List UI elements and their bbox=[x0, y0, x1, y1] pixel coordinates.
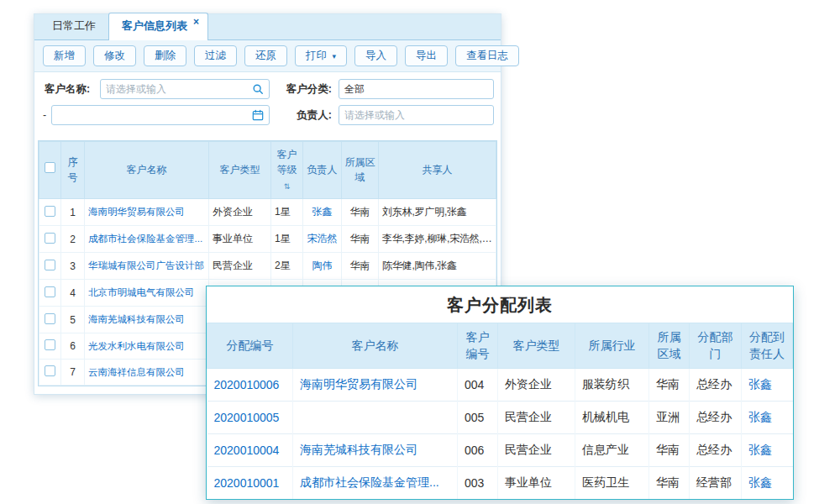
customer-name-label: 客户名称: bbox=[41, 82, 100, 97]
owner-label: 负责人: bbox=[270, 108, 332, 123]
row-checkbox[interactable] bbox=[45, 206, 55, 217]
close-icon[interactable]: × bbox=[193, 17, 199, 27]
sort-icon[interactable]: ⇅ bbox=[284, 183, 291, 191]
print-label: 打印 bbox=[306, 50, 327, 61]
row-checkbox[interactable] bbox=[45, 233, 55, 244]
table-header-row: 分配编号 客户名称 客户编号 客户类型 所属行业 所属区域 分配部门 分配到责任… bbox=[207, 323, 793, 369]
cell-assignee: 张鑫 bbox=[742, 401, 793, 433]
select-all-checkbox[interactable] bbox=[45, 162, 55, 173]
cell-customer-number: 005 bbox=[458, 401, 498, 433]
header-region: 所属区域 bbox=[649, 323, 690, 369]
tab-daily-work[interactable]: 日常工作 bbox=[39, 13, 108, 39]
cell-customer-number: 004 bbox=[458, 368, 498, 401]
allocation-number-link[interactable]: 2020010001 bbox=[214, 476, 280, 490]
owner-link[interactable]: 张鑫 bbox=[312, 206, 333, 218]
import-button[interactable]: 导入 bbox=[354, 45, 397, 66]
cell-region: 华南 bbox=[649, 368, 690, 401]
restore-button[interactable]: 还原 bbox=[244, 45, 287, 66]
header-shared: 共享人 bbox=[379, 141, 496, 199]
cell-customer-type: 外资企业 bbox=[498, 368, 575, 401]
header-customer-name: 客户名称 bbox=[85, 141, 209, 199]
calendar-icon[interactable] bbox=[252, 109, 264, 121]
header-customer-number: 客户编号 bbox=[458, 323, 498, 369]
cell-index: 4 bbox=[61, 280, 85, 307]
cell-customer-name: 海南明华贸易有限公司 bbox=[85, 199, 209, 226]
cell-industry: 机械机电 bbox=[575, 401, 649, 433]
customer-name-link[interactable]: 海南明华贸易有限公司 bbox=[88, 207, 185, 217]
customer-name-link[interactable]: 海南芜城科技有限公司 bbox=[88, 314, 185, 324]
cell-region: 华南 bbox=[342, 199, 379, 226]
cell-customer-type: 外资企业 bbox=[209, 199, 271, 226]
cell-department: 总经办 bbox=[690, 368, 742, 401]
cell-assignee: 张鑫 bbox=[742, 368, 793, 401]
new-button[interactable]: 新增 bbox=[43, 45, 86, 66]
cell-allocation-number: 2020010001 bbox=[207, 466, 293, 499]
allocation-number-link[interactable]: 2020010005 bbox=[214, 411, 280, 424]
table-row[interactable]: 2020010004 海南芜城科技有限公司 006 民营企业 信息产业 华南 总… bbox=[207, 433, 793, 466]
customer-name-link[interactable]: 华瑞城有限公司广告设计部 bbox=[88, 260, 204, 270]
search-icon[interactable] bbox=[252, 83, 264, 95]
table-row[interactable]: 2020010006 海南明华贸易有限公司 004 外资企业 服装纺织 华南 总… bbox=[207, 368, 793, 401]
row-checkbox[interactable] bbox=[45, 339, 55, 350]
table-row[interactable]: 2 成都市社会保险基金管理... 事业单位 1星 宋浩然 华南 李华,李婷,柳琳… bbox=[39, 226, 496, 253]
customer-name-link[interactable]: 海南明华贸易有限公司 bbox=[300, 377, 417, 391]
assignee-link[interactable]: 张鑫 bbox=[748, 475, 772, 489]
customer-name-link[interactable]: 云南海祥信息有限公司 bbox=[88, 367, 185, 377]
assignee-link[interactable]: 张鑫 bbox=[748, 410, 772, 423]
customer-category-label: 客户分类: bbox=[270, 82, 332, 97]
assignee-link[interactable]: 张鑫 bbox=[748, 443, 772, 456]
customer-name-link[interactable]: 成都市社会保险基金管理... bbox=[300, 475, 439, 489]
select-all-cell bbox=[39, 141, 61, 199]
owner-input[interactable] bbox=[344, 109, 488, 121]
cell-allocation-number: 2020010005 bbox=[207, 401, 293, 433]
cell-customer-number: 003 bbox=[458, 466, 498, 499]
header-assignee: 分配到责任人 bbox=[742, 323, 793, 369]
table-row[interactable]: 2020010005 005 民营企业 机械机电 亚洲 总经办 张鑫 bbox=[207, 401, 793, 433]
customer-name-link[interactable]: 光发水利水电有限公司 bbox=[88, 341, 185, 351]
allocation-number-link[interactable]: 2020010004 bbox=[214, 444, 280, 457]
date-input[interactable] bbox=[57, 109, 249, 121]
row-checkbox[interactable] bbox=[45, 260, 55, 270]
cell-customer-name bbox=[293, 401, 458, 433]
header-customer-type: 客户类型 bbox=[498, 323, 575, 369]
allocation-number-link[interactable]: 2020010006 bbox=[214, 378, 280, 391]
owner-link[interactable]: 陶伟 bbox=[312, 260, 333, 271]
delete-button[interactable]: 删除 bbox=[144, 45, 186, 66]
cell-shared: 刘东林,罗广明,张鑫 bbox=[379, 199, 496, 226]
table-row[interactable]: 2020010001 成都市社会保险基金管理... 003 事业单位 医药卫生 … bbox=[207, 466, 793, 499]
edit-button[interactable]: 修改 bbox=[93, 45, 136, 66]
view-log-button[interactable]: 查看日志 bbox=[455, 45, 519, 66]
cell-department: 经营部 bbox=[690, 466, 742, 499]
cell-customer-name: 光发水利水电有限公司 bbox=[85, 333, 209, 360]
table-row[interactable]: 3 华瑞城有限公司广告设计部 民营企业 2星 陶伟 华南 陈华健,陶伟,张鑫 bbox=[39, 253, 496, 280]
cell-region: 亚洲 bbox=[649, 401, 690, 433]
owner-link[interactable]: 宋浩然 bbox=[307, 233, 338, 244]
customer-name-link[interactable]: 海南芜城科技有限公司 bbox=[300, 443, 417, 456]
print-button[interactable]: 打印 ▾ bbox=[295, 45, 347, 66]
table-row[interactable]: 1 海南明华贸易有限公司 外资企业 1星 张鑫 华南 刘东林,罗广明,张鑫 bbox=[39, 199, 496, 226]
row-checkbox[interactable] bbox=[45, 286, 55, 297]
tab-customer-info-list-label: 客户信息列表 bbox=[122, 18, 187, 34]
tab-customer-info-list[interactable]: 客户信息列表 × bbox=[108, 13, 208, 40]
cell-assignee: 张鑫 bbox=[742, 433, 793, 466]
assignee-link[interactable]: 张鑫 bbox=[748, 377, 772, 391]
cell-shared: 李华,李婷,柳琳,宋浩然,张鑫 bbox=[379, 226, 496, 253]
cell-checkbox bbox=[39, 307, 61, 333]
row-checkbox[interactable] bbox=[45, 313, 55, 324]
customer-name-inputbox bbox=[100, 79, 270, 99]
header-customer-level: 客户等级 ⇅ bbox=[271, 141, 303, 199]
cell-owner: 张鑫 bbox=[303, 199, 342, 226]
customer-name-input[interactable] bbox=[106, 83, 249, 95]
customer-category-select[interactable]: 全部 bbox=[339, 79, 494, 99]
cell-customer-name: 北京市明城电气有限公司 bbox=[85, 280, 209, 307]
cell-allocation-number: 2020010006 bbox=[207, 368, 293, 401]
customer-name-link[interactable]: 成都市社会保险基金管理... bbox=[88, 234, 202, 244]
cell-customer-type: 民营企业 bbox=[498, 433, 575, 466]
cell-checkbox bbox=[39, 253, 61, 280]
cell-customer-name: 海南明华贸易有限公司 bbox=[293, 368, 458, 401]
cell-owner: 宋浩然 bbox=[303, 226, 342, 253]
filter-button[interactable]: 过滤 bbox=[194, 45, 237, 66]
customer-name-link[interactable]: 北京市明城电气有限公司 bbox=[88, 287, 195, 297]
row-checkbox[interactable] bbox=[45, 365, 55, 376]
export-button[interactable]: 导出 bbox=[405, 45, 448, 66]
